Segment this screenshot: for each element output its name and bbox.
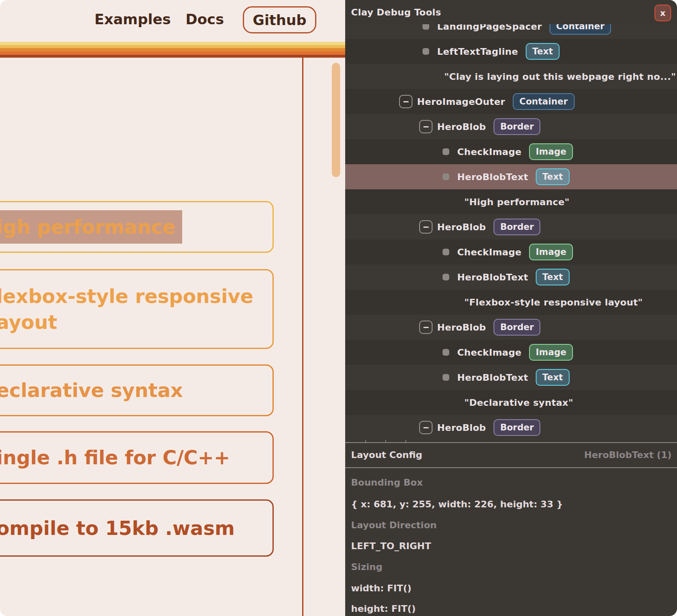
- header-stripe-2: [0, 45, 345, 48]
- feature-box: igh performance: [0, 201, 274, 253]
- tree-node-row-HeroBlob[interactable]: HeroBlobBorder: [345, 415, 677, 440]
- tree-node-row-HeroImageOuter[interactable]: HeroImageOuterContainer: [345, 89, 677, 114]
- minus-icon: [423, 227, 429, 228]
- type-badge-border: Border: [494, 319, 540, 336]
- tree-node-row-LandingPageSpacer[interactable]: LandingPageSpacerContainer: [345, 24, 677, 39]
- element-tree: LandingPageSpacerContainerLeftTextTaglin…: [345, 24, 677, 442]
- minus-icon: [403, 101, 409, 102]
- tree-node-row-LeftTextTagline[interactable]: LeftTextTaglineText: [345, 39, 677, 64]
- tree-node-label: HeroBlob: [437, 222, 486, 232]
- tree-node-row-CheckImage[interactable]: CheckImageImage: [345, 139, 677, 164]
- collapse-toggle[interactable]: [399, 95, 412, 108]
- tree-node-label: HeroBlobText: [457, 272, 528, 283]
- header-stripe-4: [0, 51, 345, 55]
- close-icon[interactable]: x: [654, 5, 671, 21]
- header-stripe-5: [0, 55, 345, 58]
- tree-quote-text: "High performance": [464, 197, 570, 207]
- tree-node-row-HeroBlob[interactable]: HeroBlobBorder: [345, 114, 677, 139]
- feature-text: igh performance: [0, 210, 272, 244]
- tree-node-row-HeroBlobText[interactable]: HeroBlobTextText: [345, 265, 677, 290]
- feature-text: ingle .h file for C/C++: [0, 445, 272, 471]
- collapse-toggle[interactable]: [419, 321, 433, 334]
- type-badge-container: Container: [550, 24, 611, 35]
- tree-node-label: HeroBlob: [437, 423, 486, 433]
- tree-quote-row: "Clay is laying out this webpage right n…: [345, 64, 677, 89]
- collapse-toggle[interactable]: [419, 421, 433, 434]
- selected-element-label: HeroBlobText (1): [584, 442, 672, 467]
- tree-node-label: HeroBlob: [437, 322, 486, 333]
- leaf-bullet-icon: [439, 245, 453, 259]
- nav-item-examples[interactable]: Examples: [94, 11, 171, 28]
- tree-quote-text: "Clay is laying out this webpage right n…: [444, 71, 676, 82]
- bullet-icon: [422, 24, 429, 30]
- page-scrollbar-thumb[interactable]: [332, 63, 340, 177]
- feature-box: ompile to 15kb .wasm: [0, 499, 274, 557]
- tree-node-row-HeroBlob[interactable]: HeroBlobBorder: [345, 214, 677, 239]
- github-button[interactable]: Github: [243, 6, 316, 33]
- config-property-label: Layout Direction: [351, 519, 437, 532]
- tree-node-label: HeroBlobText: [457, 172, 528, 182]
- debug-panel-title: Clay Debug Tools: [351, 0, 441, 24]
- landing-page: ExamplesDocs Github igh performancelexbo…: [0, 0, 345, 616]
- bullet-icon: [443, 274, 449, 280]
- tree-node-row-CheckImage[interactable]: CheckImageImage: [345, 239, 677, 265]
- header-stripe-1: [0, 42, 345, 45]
- config-property-value: { x: 681, y: 255, width: 226, height: 33…: [351, 498, 563, 511]
- tree-node-label: HeroBlobText: [457, 372, 528, 383]
- tree-node-label: LandingPageSpacer: [437, 24, 542, 32]
- collapse-toggle[interactable]: [419, 220, 433, 234]
- type-badge-text: Text: [536, 168, 570, 185]
- debug-panel: Clay Debug Tools x LandingPageSpacerCont…: [345, 0, 677, 616]
- config-property-label: Sizing: [351, 561, 382, 573]
- collapse-button[interactable]: [419, 321, 433, 334]
- feature-text: lexbox-style responsive: [0, 283, 272, 309]
- type-badge-image: Image: [529, 344, 573, 361]
- layout-config-body: Bounding Box{ x: 681, y: 255, width: 226…: [345, 467, 677, 616]
- tree-node-label: HeroBlob: [437, 122, 486, 132]
- config-property-value: LEFT_TO_RIGHT: [351, 540, 431, 552]
- leaf-bullet-icon: [439, 371, 453, 384]
- collapse-button[interactable]: [399, 95, 412, 108]
- type-badge-text: Text: [526, 43, 560, 60]
- tree-node-label: CheckImage: [457, 147, 522, 157]
- tree-quote-row: "Declarative syntax": [345, 390, 677, 415]
- type-badge-border: Border: [494, 219, 540, 235]
- minus-icon: [423, 126, 429, 127]
- type-badge-border: Border: [494, 419, 540, 436]
- tree-quote-text: "Declarative syntax": [464, 397, 573, 408]
- collapse-button[interactable]: [419, 120, 433, 133]
- tree-node-row-HeroBlobText[interactable]: HeroBlobTextText: [345, 164, 677, 189]
- type-badge-text: Text: [536, 369, 570, 386]
- leaf-bullet-icon: [419, 45, 433, 58]
- layout-config-header: Layout Config HeroBlobText (1): [345, 442, 677, 467]
- selected-element-highlight: igh performance: [0, 210, 182, 244]
- app-window: ExamplesDocs Github igh performancelexbo…: [0, 0, 677, 616]
- bullet-icon: [443, 148, 449, 155]
- section-divider-line: [302, 58, 303, 616]
- config-property-value: height: FIT(): [351, 603, 416, 615]
- layout-config-title: Layout Config: [351, 442, 422, 467]
- leaf-bullet-icon: [439, 346, 453, 359]
- tree-quote-text: "Flexbox-style responsive layout": [464, 297, 643, 308]
- nav-item-docs[interactable]: Docs: [186, 11, 224, 28]
- tree-node-row-CheckImage[interactable]: CheckImageImage: [345, 340, 677, 365]
- type-badge-image: Image: [529, 244, 573, 260]
- feature-text: ayout: [0, 309, 272, 335]
- type-badge-border: Border: [494, 118, 540, 135]
- minus-icon: [423, 327, 429, 328]
- header-stripe-3: [0, 48, 345, 51]
- tree-node-label: HeroImageOuter: [417, 97, 505, 107]
- bullet-icon: [443, 249, 449, 255]
- tree-node-row-HeroBlob[interactable]: HeroBlobBorder: [345, 315, 677, 340]
- collapse-toggle[interactable]: [419, 120, 433, 133]
- collapse-button[interactable]: [419, 421, 433, 434]
- feature-text: eclarative syntax: [0, 377, 272, 403]
- minus-icon: [423, 427, 429, 428]
- tree-node-row-HeroBlobText[interactable]: HeroBlobTextText: [345, 365, 677, 390]
- tree-quote-row: "High performance": [345, 189, 677, 214]
- tree-node-label: LeftTextTagline: [437, 46, 518, 57]
- bullet-icon: [422, 48, 429, 55]
- leaf-bullet-icon: [439, 145, 453, 158]
- type-badge-image: Image: [529, 143, 573, 160]
- collapse-button[interactable]: [419, 220, 433, 234]
